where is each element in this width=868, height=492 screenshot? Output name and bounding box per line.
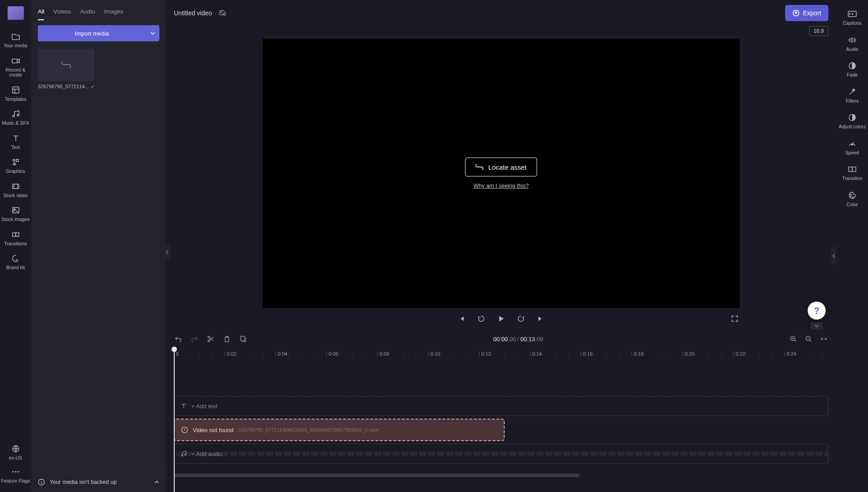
- rr-label: Color: [846, 202, 858, 208]
- skip-start-button[interactable]: [457, 314, 466, 324]
- zoom-out-icon: [805, 335, 812, 343]
- ruler-minor-tick: [517, 353, 518, 356]
- project-title[interactable]: Untitled video: [174, 9, 212, 17]
- time-duration-frac: .09: [535, 336, 543, 343]
- svg-point-28: [850, 196, 851, 197]
- color-icon: [847, 190, 857, 200]
- svg-point-27: [850, 194, 851, 195]
- info-icon: [38, 478, 45, 486]
- ruler-minor-tick: [301, 353, 302, 356]
- play-button[interactable]: [496, 314, 506, 324]
- help-button[interactable]: ?: [808, 302, 826, 320]
- ruler-minor-tick: [454, 353, 454, 356]
- step-back-button[interactable]: [476, 314, 486, 324]
- scrollbar-thumb[interactable]: [174, 474, 579, 477]
- rr-filters[interactable]: Filters: [836, 83, 868, 108]
- rail-your-media[interactable]: Your media: [0, 29, 31, 52]
- rr-transition[interactable]: Transition: [836, 161, 868, 185]
- ruler-minor-tick: [556, 353, 556, 356]
- tab-images[interactable]: Images: [104, 5, 123, 20]
- rail-record-create[interactable]: Record & create: [0, 53, 31, 81]
- zoom-fit-button[interactable]: [819, 334, 828, 343]
- ruler-minor-tick: [708, 353, 709, 356]
- rail-stock-video[interactable]: Stock video: [0, 179, 31, 202]
- export-button[interactable]: Export: [785, 5, 828, 21]
- backup-bar[interactable]: Your media isn't backed up: [32, 472, 166, 492]
- delete-button[interactable]: [222, 334, 231, 343]
- help-expand[interactable]: [810, 322, 823, 330]
- zoom-out-button[interactable]: [804, 334, 813, 343]
- time-duration: 00:13: [520, 336, 535, 343]
- warning-icon: [181, 426, 188, 433]
- rr-fade[interactable]: Fade: [836, 57, 868, 81]
- rail-label: Transitions: [4, 241, 27, 247]
- rr-captions[interactable]: Captions: [836, 5, 868, 30]
- ruler-minor-tick: [797, 353, 797, 356]
- rail-brand-kit[interactable]: Brand kit: [0, 251, 31, 274]
- media-item[interactable]: 326798790_5772114...: [38, 49, 95, 89]
- audio-track-label: + Add audio: [191, 451, 222, 457]
- audio-track[interactable]: + Add audio: [174, 444, 828, 464]
- svg-point-2: [13, 159, 15, 161]
- app-logo[interactable]: [0, 0, 31, 26]
- text-track[interactable]: + Add text: [174, 396, 828, 416]
- rr-audio[interactable]: Audio: [836, 32, 868, 56]
- timeline-ruler[interactable]: 00:020:040:060:080:100:120:140:160:180:2…: [174, 348, 828, 361]
- step-forward-button[interactable]: [516, 314, 526, 324]
- fullscreen-icon: [731, 315, 738, 322]
- fullscreen-button[interactable]: [730, 314, 740, 324]
- ruler-minor-tick: [492, 353, 492, 356]
- tab-audio[interactable]: Audio: [80, 5, 95, 20]
- aspect-ratio-selector[interactable]: 16:9: [809, 26, 828, 36]
- trash-icon: [224, 335, 230, 343]
- split-button[interactable]: [206, 334, 215, 343]
- ruler-tick: 0:10: [428, 351, 440, 357]
- rail-music-sfx[interactable]: Music & SFX: [0, 106, 31, 130]
- export-label: Export: [803, 9, 821, 17]
- rr-speed[interactable]: Speed: [836, 135, 868, 159]
- rail-label: Your media: [4, 43, 27, 49]
- rail-text[interactable]: Text: [0, 131, 31, 154]
- zoom-in-button[interactable]: [789, 334, 798, 343]
- tab-videos[interactable]: Videos: [53, 5, 71, 20]
- timeline-scrollbar[interactable]: [174, 474, 828, 480]
- ruler-minor-tick: [657, 353, 658, 356]
- rr-adjust-colors[interactable]: Adjust colors: [836, 109, 868, 133]
- rr-color[interactable]: Color: [836, 187, 868, 211]
- locate-asset-label: Locate asset: [488, 163, 526, 171]
- rail-label: Graphics: [6, 169, 25, 174]
- step-forward-icon: [517, 315, 525, 323]
- skip-end-button[interactable]: [536, 314, 546, 324]
- import-media-button[interactable]: Import media: [38, 25, 146, 41]
- ruler-minor-tick: [314, 353, 314, 356]
- rail-graphics[interactable]: Graphics: [0, 154, 31, 178]
- ruler-minor-tick: [390, 353, 390, 356]
- ruler-minor-tick: [505, 353, 505, 356]
- rail-locale[interactable]: en-US: [0, 441, 31, 465]
- redo-button[interactable]: [190, 334, 199, 343]
- import-media-dropdown[interactable]: [146, 25, 159, 41]
- camera-icon: [11, 56, 21, 66]
- duplicate-button[interactable]: [239, 334, 248, 343]
- folder-icon: [11, 32, 21, 41]
- video-clip-missing[interactable]: Video not found 326798790_57721140461696…: [174, 419, 505, 441]
- locate-asset-button[interactable]: Locate asset: [465, 158, 537, 176]
- why-seeing-this-link[interactable]: Why am I seeing this?: [474, 183, 529, 189]
- rail-templates[interactable]: Templates: [0, 82, 31, 106]
- collapse-right-panel[interactable]: [831, 247, 836, 265]
- ruler-minor-tick: [250, 353, 251, 356]
- left-rail: Your media Record & create Templates Mus…: [0, 0, 32, 492]
- rr-label: Adjust colors: [839, 124, 866, 130]
- rail-stock-images[interactable]: Stock images: [0, 203, 31, 226]
- backup-message: Your media isn't backed up: [50, 479, 149, 485]
- cloud-off-icon[interactable]: [218, 9, 226, 17]
- undo-button[interactable]: [174, 334, 183, 343]
- tab-all[interactable]: All: [38, 5, 44, 20]
- rail-feature-flags[interactable]: Feature Flags: [0, 464, 31, 487]
- rr-label: Filters: [846, 99, 859, 104]
- timeline-toolbar: 00:00.00/00:13.09: [174, 330, 828, 348]
- ruler-minor-tick: [721, 353, 721, 356]
- playhead[interactable]: [174, 348, 175, 492]
- rail-transitions[interactable]: Transitions: [0, 227, 31, 250]
- rail-label: Brand kit: [6, 265, 25, 271]
